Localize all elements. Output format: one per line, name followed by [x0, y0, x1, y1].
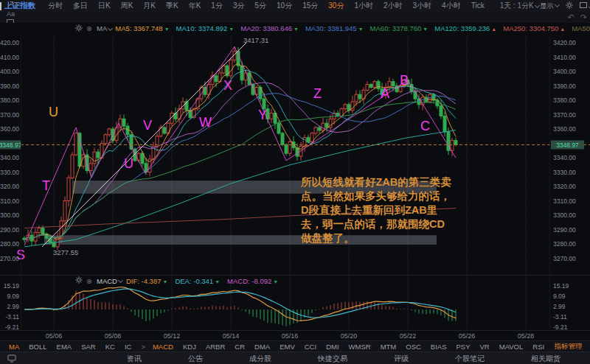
indicator-tab-KC[interactable]: KC	[105, 343, 115, 351]
indicator-tab-PSY[interactable]: PSY	[457, 343, 471, 351]
timeframe-月K[interactable]: 月K	[143, 1, 156, 10]
indicator-tab-WMSR[interactable]: WMSR	[349, 343, 371, 351]
timeframe-4小时[interactable]: 4小时	[442, 1, 461, 10]
indicator-tab-MA[interactable]: MA	[9, 343, 19, 351]
indicator-tab-DMI[interactable]: DMI	[326, 343, 339, 351]
svg-text:-3.11: -3.11	[553, 313, 567, 321]
indicator-tab-SAR[interactable]: SAR	[81, 343, 96, 351]
svg-text:Aa: Aa	[7, 10, 15, 17]
indicator-tab-DMA[interactable]: DMA	[254, 343, 270, 351]
bottom-nav-评级[interactable]: 评级	[394, 354, 409, 364]
svg-text:3320.00: 3320.00	[553, 183, 576, 190]
indicator-tab-CR[interactable]: CR	[235, 343, 245, 351]
bottom-nav-快捷交易[interactable]: 快捷交易	[318, 354, 347, 364]
indicator-tab-CCI[interactable]: CCI	[305, 343, 316, 351]
bottom-nav-相关期货[interactable]: 相关期货	[531, 354, 560, 364]
svg-text:05/14: 05/14	[223, 332, 240, 340]
indicator-tab-RSI[interactable]: RSI	[532, 343, 544, 351]
svg-text:3310.00: 3310.00	[553, 197, 576, 205]
bottom-nav-资讯[interactable]: 资讯	[127, 354, 142, 364]
timeframe-1分[interactable]: 1分	[211, 1, 223, 10]
svg-text:3410.00: 3410.00	[553, 54, 576, 61]
draw-tool-arrow[interactable]	[6, 0, 21, 9]
svg-text:3348.97: 3348.97	[0, 141, 22, 149]
timeframe-日K[interactable]: 日K	[98, 1, 111, 10]
svg-text:3380.00: 3380.00	[0, 97, 19, 104]
macd-hide-icon[interactable]: ⊗	[86, 277, 92, 285]
indicator-tab-BOLL[interactable]: BOLL	[29, 343, 46, 351]
gear-icon	[565, 1, 574, 10]
indicator-tab-ARBR[interactable]: ARBR	[206, 343, 225, 351]
bottom-nav-公告[interactable]: 公告	[188, 354, 203, 364]
timeframe-周K[interactable]: 周K	[121, 1, 133, 10]
svg-text:05/26: 05/26	[459, 332, 476, 340]
timeframe-30分[interactable]: 30分	[328, 1, 344, 10]
svg-text:3370.00: 3370.00	[0, 111, 19, 119]
ma-settings-icon[interactable]	[74, 24, 83, 34]
drawing-toolbar: Aa ↶ ↷	[0, 12, 590, 24]
chevron-down-icon	[535, 3, 540, 8]
bottom-nav-个股笔记[interactable]: 个股笔记	[455, 354, 485, 364]
indicator-tab-MACD[interactable]: MACD	[153, 343, 173, 351]
svg-text:3310.00: 3310.00	[0, 197, 19, 205]
timeframe-年K[interactable]: 年K	[189, 1, 201, 10]
svg-text:3330.00: 3330.00	[553, 169, 576, 176]
macd-settings-icon[interactable]	[74, 276, 83, 286]
svg-text:3270.00: 3270.00	[553, 255, 576, 262]
timeframe-季K[interactable]: 季K	[166, 1, 178, 10]
svg-text:05/08: 05/08	[105, 332, 122, 340]
indicator-tab-MAVOL[interactable]: MAVOL	[499, 343, 524, 351]
indicator-manage-button[interactable]: 指标管理	[554, 342, 582, 351]
chart-region[interactable]: 3348.973348.97USTUVWXYZABC3417.313277.55…	[0, 34, 590, 340]
top-toolbar: 上证指数 分时多日日K周K月K季K年K1分3分5分10分15分30分1小时2小时…	[0, 0, 590, 13]
timeframe-3分[interactable]: 3分	[233, 1, 245, 10]
display-menu[interactable]: 显示	[540, 1, 560, 11]
timeframe-10分[interactable]: 10分	[277, 1, 292, 10]
panel-toggle-icon[interactable]	[0, 2, 1, 10]
indicator-tab-EMA[interactable]: EMA	[57, 343, 72, 351]
timeframe-Tick[interactable]: Tick	[471, 1, 485, 10]
indicator-tab-MTM[interactable]: MTM	[381, 343, 397, 351]
draw-tool-text[interactable]: Aa	[6, 9, 21, 18]
layout-icon[interactable]	[579, 1, 590, 11]
arrow-icon	[6, 0, 15, 9]
indicator-tab-IC[interactable]: IC	[125, 343, 132, 351]
timeframe-15分[interactable]: 15分	[302, 1, 318, 10]
svg-text:3380.00: 3380.00	[553, 97, 576, 104]
timeframe-分时[interactable]: 分时	[48, 1, 63, 10]
svg-text:B: B	[400, 73, 409, 88]
indicator-tab-OSC[interactable]: OSC	[406, 343, 421, 351]
settings-icon[interactable]	[565, 1, 574, 11]
svg-text:9.09: 9.09	[553, 293, 566, 300]
indicator-tab-KDJ[interactable]: KDJ	[183, 343, 196, 351]
timeframe-多日[interactable]: 多日	[73, 1, 88, 10]
chart-annotation-text[interactable]: 所以短线就看好ZAB的第三类卖点。当然如果多头够给力的话，D段直接上去重新回到Z…	[301, 175, 451, 245]
indicator-tab-BIAS[interactable]: BIAS	[431, 343, 447, 351]
svg-text:U: U	[124, 156, 133, 171]
main-chart[interactable]: 3348.973348.97USTUVWXYZABC3417.313277.55…	[0, 34, 590, 340]
svg-text:9.09: 9.09	[7, 293, 19, 300]
bottom-nav-成分股[interactable]: 成分股	[249, 354, 271, 364]
chevron-down-icon	[15, 1, 21, 6]
timeframe-2小时[interactable]: 2小时	[384, 1, 403, 10]
more-indicators-icon[interactable]: >	[141, 343, 145, 351]
period-selector[interactable]: 1天 : 1分K	[500, 1, 540, 11]
ma-hide-icon[interactable]: ⊗	[86, 24, 92, 32]
macd-group-label[interactable]: MACD	[97, 277, 123, 285]
svg-text:3390.00: 3390.00	[553, 83, 576, 90]
indicator-tab-VR[interactable]: VR	[480, 343, 490, 351]
timeframe-5分[interactable]: 5分	[254, 1, 266, 10]
macd-value: DEA: -0.341▼	[175, 277, 220, 285]
price-point-label: 3277.55	[53, 248, 78, 256]
svg-text:3290.00: 3290.00	[553, 226, 576, 234]
ma-group-label[interactable]: MA	[97, 24, 113, 32]
timeframe-1小时[interactable]: 1小时	[354, 1, 373, 10]
undo-icon[interactable]: ↶	[568, 13, 575, 22]
indicator-tab-EMV[interactable]: EMV	[280, 343, 295, 351]
macd-value: MACD: -8.092▼	[227, 277, 278, 285]
monitor-icon[interactable]	[7, 354, 16, 364]
svg-text:3400.00: 3400.00	[553, 68, 576, 75]
redo-icon[interactable]: ↷	[580, 13, 587, 22]
svg-text:05/12: 05/12	[164, 332, 181, 340]
timeframe-3小时[interactable]: 3小时	[413, 1, 432, 10]
